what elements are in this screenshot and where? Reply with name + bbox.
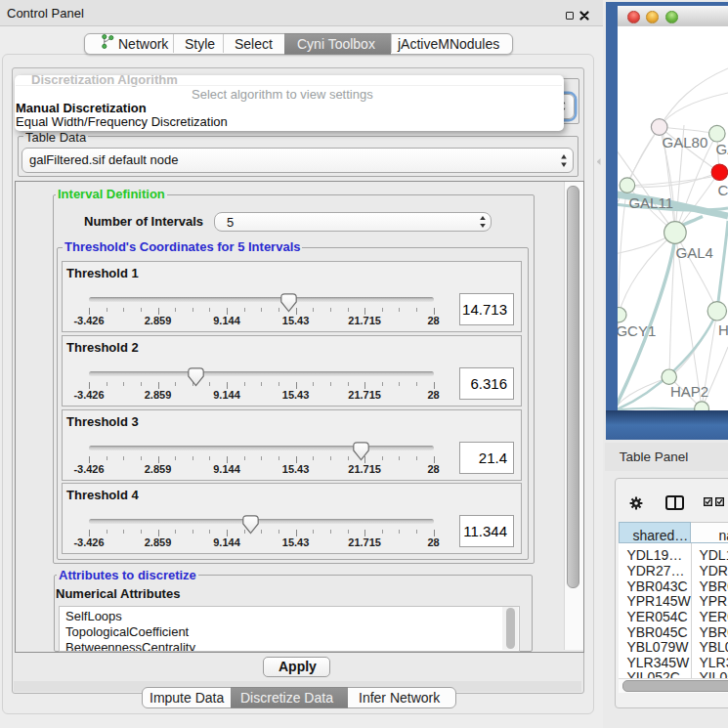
svg-text:HAP2: HAP2 [670,383,708,400]
svg-text:GAL4: GAL4 [676,244,713,261]
svg-text:GAL80: GAL80 [663,134,708,150]
svg-text:C: C [718,182,728,198]
svg-text:H: H [718,321,728,338]
svg-text:GA: GA [716,141,728,157]
svg-text:GAL11: GAL11 [628,194,673,211]
svg-text:GCY1: GCY1 [618,322,656,339]
